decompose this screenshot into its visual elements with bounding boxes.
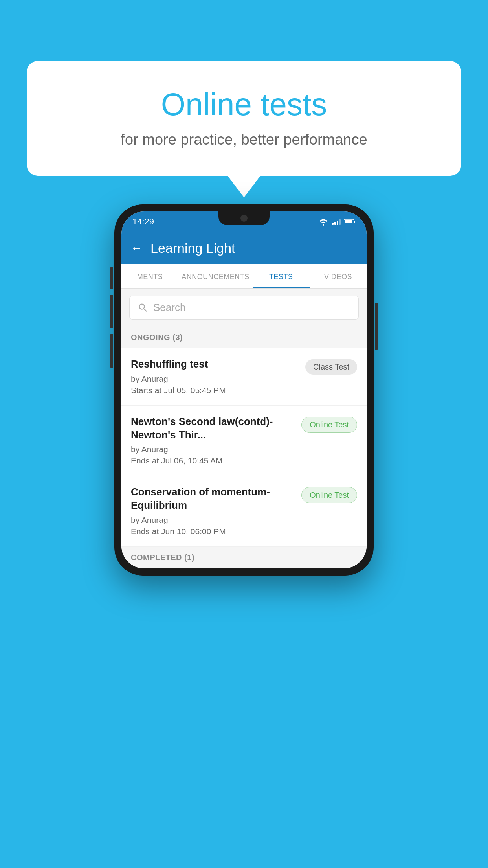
test-name-2: Newton's Second law(contd)-Newton's Thir…	[131, 415, 295, 442]
phone-button-volume-up	[110, 295, 113, 328]
ongoing-section-header: ONGOING (3)	[121, 327, 367, 348]
phone-frame: 14:29	[114, 204, 374, 576]
status-time: 14:29	[132, 217, 154, 227]
speech-bubble-container: Online tests for more practice, better p…	[27, 61, 461, 197]
test-badge-3: Online Test	[301, 487, 357, 503]
test-item-2[interactable]: Newton's Second law(contd)-Newton's Thir…	[121, 406, 367, 476]
test-info-3: Conservation of momentum-Equilibrium by …	[131, 485, 301, 536]
test-by-2: by Anurag	[131, 445, 295, 454]
test-date-2: Ends at Jul 06, 10:45 AM	[131, 456, 295, 465]
completed-section-header: COMPLETED (1)	[121, 547, 367, 568]
battery-icon	[344, 219, 356, 225]
camera-dot	[240, 215, 248, 222]
phone-screen: 14:29	[121, 211, 367, 568]
tab-videos[interactable]: VIDEOS	[310, 264, 367, 288]
speech-bubble: Online tests for more practice, better p…	[27, 61, 461, 176]
tab-announcements[interactable]: ANNOUNCEMENTS	[178, 264, 253, 288]
test-info-1: Reshuffling test by Anurag Starts at Jul…	[131, 358, 305, 395]
test-badge-1: Class Test	[305, 359, 357, 375]
speech-bubble-title: Online tests	[58, 86, 430, 123]
back-button[interactable]: ←	[131, 241, 143, 255]
search-input-wrapper[interactable]: Search	[129, 296, 359, 320]
wifi-icon	[318, 218, 329, 226]
test-info-2: Newton's Second law(contd)-Newton's Thir…	[131, 415, 301, 466]
search-input[interactable]: Search	[153, 302, 185, 314]
app-header: ← Learning Light	[121, 232, 367, 264]
test-date-3: Ends at Jun 10, 06:00 PM	[131, 527, 295, 536]
test-badge-2: Online Test	[301, 417, 357, 433]
signal-bars-icon	[332, 219, 341, 225]
phone-notch	[218, 211, 270, 225]
speech-bubble-subtitle: for more practice, better performance	[58, 131, 430, 148]
search-bar: Search	[121, 289, 367, 327]
svg-rect-1	[354, 221, 355, 223]
phone-button-volume-down	[110, 334, 113, 368]
test-date-1: Starts at Jul 05, 05:45 PM	[131, 386, 299, 395]
phone-button-power	[375, 303, 378, 350]
status-icons	[318, 218, 356, 226]
speech-bubble-arrow	[227, 176, 261, 197]
test-item-1[interactable]: Reshuffling test by Anurag Starts at Jul…	[121, 348, 367, 406]
phone-button-left	[110, 267, 113, 289]
tab-tests[interactable]: TESTS	[253, 264, 310, 288]
app-title: Learning Light	[150, 241, 235, 256]
svg-rect-2	[345, 220, 352, 223]
test-name-1: Reshuffling test	[131, 358, 299, 371]
tabs-container: MENTS ANNOUNCEMENTS TESTS VIDEOS	[121, 264, 367, 289]
test-name-3: Conservation of momentum-Equilibrium	[131, 485, 295, 512]
test-by-1: by Anurag	[131, 374, 299, 384]
search-icon	[138, 302, 149, 313]
test-item-3[interactable]: Conservation of momentum-Equilibrium by …	[121, 476, 367, 547]
test-by-3: by Anurag	[131, 515, 295, 525]
phone-container: 14:29	[114, 204, 374, 576]
tab-ments[interactable]: MENTS	[121, 264, 178, 288]
